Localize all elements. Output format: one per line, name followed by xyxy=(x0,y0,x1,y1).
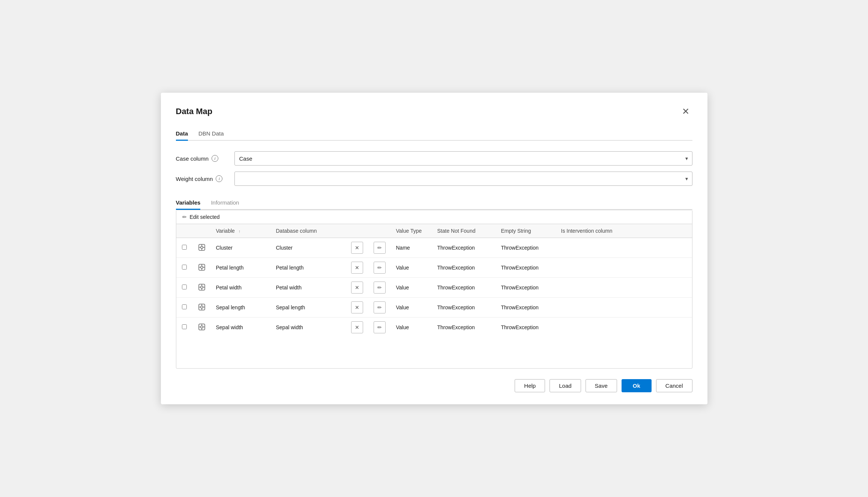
dialog-header: Data Map ✕ xyxy=(176,105,692,118)
row-edit-cell: ✏ xyxy=(368,238,391,258)
cancel-button[interactable]: Cancel xyxy=(656,379,692,392)
svg-point-13 xyxy=(201,286,203,288)
row-state-not-found: ThrowException xyxy=(432,258,496,278)
row-edit-cell: ✏ xyxy=(368,278,391,298)
row-edit-cell: ✏ xyxy=(368,318,391,337)
load-button[interactable]: Load xyxy=(550,379,581,392)
row-checkbox[interactable] xyxy=(182,285,187,289)
row-delete-button[interactable]: ✕ xyxy=(351,301,363,313)
weight-column-info-icon[interactable]: i xyxy=(216,175,222,182)
row-variable: Sepal length xyxy=(211,298,271,318)
row-checkbox-cell xyxy=(176,258,193,278)
edit-toolbar-label: Edit selected xyxy=(190,214,220,220)
col-header-action1 xyxy=(346,224,368,238)
row-delete-button[interactable]: ✕ xyxy=(351,262,363,274)
table-row[interactable]: Sepal width Sepal width ✕ ✏ Value ThrowE… xyxy=(176,318,692,337)
tab-data[interactable]: Data xyxy=(176,127,188,141)
row-delete-button[interactable]: ✕ xyxy=(351,242,363,254)
row-delete-cell: ✕ xyxy=(346,318,368,337)
row-empty-string: ThrowException xyxy=(496,238,556,258)
dialog-footer: Help Load Save Ok Cancel xyxy=(176,379,692,392)
ok-button[interactable]: Ok xyxy=(622,379,652,392)
weight-column-select-wrapper: ▾ xyxy=(234,172,692,186)
row-checkbox-cell xyxy=(176,278,193,298)
row-variable: Petal width xyxy=(211,278,271,298)
tab-variables[interactable]: Variables xyxy=(176,196,201,210)
svg-point-1 xyxy=(201,246,203,248)
node-icon xyxy=(198,303,206,311)
close-icon: ✕ xyxy=(682,106,689,117)
case-column-label: Case column i xyxy=(176,155,228,162)
row-state-not-found: ThrowException xyxy=(432,298,496,318)
svg-point-7 xyxy=(201,266,203,268)
row-empty-string: ThrowException xyxy=(496,278,556,298)
row-variable: Petal length xyxy=(211,258,271,278)
row-icon-cell xyxy=(193,238,211,258)
node-icon xyxy=(198,264,206,271)
variables-table-container: ✏ Edit selected Variable ↑ Database colu… xyxy=(176,210,692,369)
row-is-intervention xyxy=(556,258,692,278)
main-tabs: Data DBN Data xyxy=(176,127,692,141)
row-variable: Sepal width xyxy=(211,318,271,337)
data-map-dialog: Data Map ✕ Data DBN Data Case column i C… xyxy=(161,93,707,404)
sub-tabs: Variables Information xyxy=(176,196,692,210)
sort-icon: ↑ xyxy=(239,229,241,233)
weight-column-label: Weight column i xyxy=(176,175,228,182)
row-delete-cell: ✕ xyxy=(346,258,368,278)
row-checkbox[interactable] xyxy=(182,245,187,250)
row-is-intervention xyxy=(556,298,692,318)
case-column-info-icon[interactable]: i xyxy=(212,155,218,162)
row-is-intervention xyxy=(556,278,692,298)
row-edit-cell: ✏ xyxy=(368,298,391,318)
dialog-title: Data Map xyxy=(176,107,213,116)
col-header-variable[interactable]: Variable ↑ xyxy=(211,224,271,238)
row-edit-button[interactable]: ✏ xyxy=(374,321,386,333)
table-header-row: Variable ↑ Database column Value Type St… xyxy=(176,224,692,238)
row-checkbox[interactable] xyxy=(182,304,187,309)
row-empty-string: ThrowException xyxy=(496,258,556,278)
row-edit-cell: ✏ xyxy=(368,258,391,278)
row-db-column: Petal width xyxy=(271,278,346,298)
case-column-select-wrapper: Case ▾ xyxy=(234,151,692,166)
table-row[interactable]: Petal width Petal width ✕ ✏ Value ThrowE… xyxy=(176,278,692,298)
edit-icon: ✏ xyxy=(182,214,187,220)
row-value-type: Value xyxy=(391,318,432,337)
row-db-column: Sepal width xyxy=(271,318,346,337)
row-state-not-found: ThrowException xyxy=(432,278,496,298)
table-row[interactable]: Petal length Petal length ✕ ✏ Value Thro… xyxy=(176,258,692,278)
case-column-row: Case column i Case ▾ xyxy=(176,151,692,166)
row-edit-button[interactable]: ✏ xyxy=(374,282,386,294)
row-checkbox[interactable] xyxy=(182,265,187,270)
row-edit-button[interactable]: ✏ xyxy=(374,242,386,254)
help-button[interactable]: Help xyxy=(515,379,545,392)
row-icon-cell xyxy=(193,318,211,337)
row-delete-cell: ✕ xyxy=(346,238,368,258)
weight-column-select[interactable] xyxy=(234,172,692,186)
row-variable: Cluster xyxy=(211,238,271,258)
row-icon-cell xyxy=(193,278,211,298)
table-row[interactable]: Cluster Cluster ✕ ✏ Name ThrowException … xyxy=(176,238,692,258)
save-button[interactable]: Save xyxy=(586,379,617,392)
node-icon xyxy=(198,244,206,251)
close-button[interactable]: ✕ xyxy=(679,105,692,118)
row-delete-cell: ✕ xyxy=(346,278,368,298)
row-icon-cell xyxy=(193,258,211,278)
row-edit-button[interactable]: ✏ xyxy=(374,301,386,313)
col-header-action2 xyxy=(368,224,391,238)
row-checkbox[interactable] xyxy=(182,324,187,329)
row-edit-button[interactable]: ✏ xyxy=(374,262,386,274)
row-empty-string: ThrowException xyxy=(496,318,556,337)
row-delete-button[interactable]: ✕ xyxy=(351,282,363,294)
row-state-not-found: ThrowException xyxy=(432,238,496,258)
case-column-select[interactable]: Case xyxy=(234,151,692,166)
tab-dbn-data[interactable]: DBN Data xyxy=(198,127,224,141)
node-icon xyxy=(198,283,206,291)
row-checkbox-cell xyxy=(176,298,193,318)
table-row[interactable]: Sepal length Sepal length ✕ ✏ Value Thro… xyxy=(176,298,692,318)
row-value-type: Value xyxy=(391,298,432,318)
tab-information[interactable]: Information xyxy=(211,196,239,210)
node-icon xyxy=(198,323,206,331)
weight-column-row: Weight column i ▾ xyxy=(176,172,692,186)
row-delete-button[interactable]: ✕ xyxy=(351,321,363,333)
row-delete-cell: ✕ xyxy=(346,298,368,318)
